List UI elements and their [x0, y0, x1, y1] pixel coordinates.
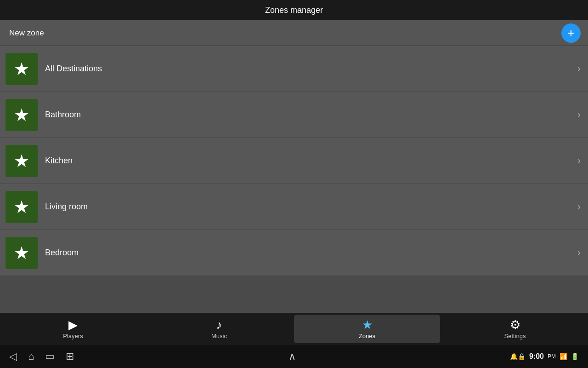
settings-nav-icon: ⚙ — [510, 319, 520, 331]
zones-nav-label: Zones — [359, 333, 375, 339]
zone-icon: ★ — [6, 145, 38, 177]
plus-icon: + — [567, 27, 575, 40]
zone-name: Kitchen — [45, 156, 577, 166]
zone-list-item[interactable]: ★ Bathroom › — [0, 92, 588, 138]
zone-list-item[interactable]: ★ Living room › — [0, 184, 588, 230]
add-zone-button[interactable]: + — [561, 23, 581, 43]
recent-apps-icon[interactable]: ▭ — [45, 351, 55, 362]
nav-item-players[interactable]: ▶ Players — [0, 313, 146, 345]
players-nav-label: Players — [63, 333, 83, 339]
star-icon: ★ — [14, 198, 29, 216]
new-zone-bar: New zone + — [0, 20, 588, 46]
star-icon: ★ — [14, 244, 29, 262]
zone-list-item[interactable]: ★ Bedroom › — [0, 230, 588, 276]
chevron-right-icon: › — [577, 155, 581, 167]
zone-list-item[interactable]: ★ Kitchen › — [0, 138, 588, 184]
settings-nav-label: Settings — [504, 333, 526, 339]
system-bar: ◁ ⌂ ▭ ⊞ ∧ 🔔🔒 9:00 PM 📶 🔋 — [0, 345, 588, 368]
chevron-right-icon: › — [577, 201, 581, 213]
chevron-right-icon: › — [577, 63, 581, 75]
nav-item-zones[interactable]: ★ Zones — [294, 315, 440, 343]
music-nav-label: Music — [211, 333, 227, 339]
screenshot-icon[interactable]: ⊞ — [66, 351, 74, 362]
notification-icons: 🔔🔒 — [510, 353, 526, 360]
zone-name: Living room — [45, 202, 577, 212]
star-icon: ★ — [14, 152, 29, 170]
page-title: Zones manager — [265, 6, 323, 15]
music-nav-icon: ♪ — [216, 319, 222, 331]
clock-time: 9:00 — [529, 352, 544, 361]
zone-list-item[interactable]: ★ All Destinations › — [0, 46, 588, 92]
zone-name: Bathroom — [45, 110, 577, 120]
star-icon: ★ — [14, 60, 29, 78]
system-status: 🔔🔒 9:00 PM 📶 🔋 — [510, 352, 579, 361]
new-zone-label: New zone — [9, 29, 44, 38]
battery-icon: 🔋 — [571, 353, 579, 360]
nav-item-music[interactable]: ♪ Music — [146, 313, 292, 345]
nav-item-settings[interactable]: ⚙ Settings — [442, 313, 588, 345]
zone-name: Bedroom — [45, 248, 577, 258]
up-icon[interactable]: ∧ — [288, 351, 296, 362]
zones-nav-icon: ★ — [362, 319, 373, 331]
home-icon[interactable]: ⌂ — [28, 351, 34, 362]
zone-icon: ★ — [6, 237, 38, 269]
zone-icon: ★ — [6, 191, 38, 223]
star-icon: ★ — [14, 106, 29, 124]
zone-name: All Destinations — [45, 64, 577, 74]
players-nav-icon: ▶ — [68, 319, 78, 331]
zone-list: ★ All Destinations › ★ Bathroom › ★ Kitc… — [0, 46, 588, 276]
zone-icon: ★ — [6, 53, 38, 85]
zone-icon: ★ — [6, 99, 38, 131]
wifi-icon: 📶 — [560, 353, 567, 360]
back-icon[interactable]: ◁ — [9, 351, 17, 362]
chevron-right-icon: › — [577, 109, 581, 121]
system-nav-left: ◁ ⌂ ▭ ⊞ — [9, 351, 74, 362]
system-nav-center: ∧ — [74, 351, 510, 362]
chevron-right-icon: › — [577, 247, 581, 259]
bottom-nav: ▶ Players ♪ Music ★ Zones ⚙ Settings — [0, 313, 588, 345]
clock-ampm: PM — [548, 353, 556, 360]
title-bar: Zones manager — [0, 0, 588, 20]
